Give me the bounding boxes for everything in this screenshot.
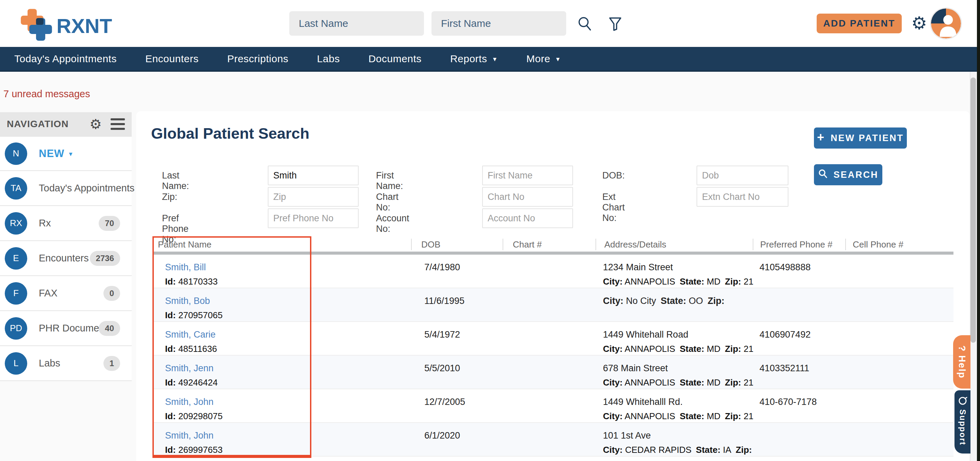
patient-name-link[interactable]: Smith, John — [165, 430, 214, 441]
nav-item-label: Prescriptions — [227, 53, 288, 65]
first-name-label: First Name: — [376, 170, 403, 192]
quick-first-name-input[interactable] — [431, 11, 566, 36]
new-patient-label: NEW PATIENT — [830, 133, 904, 143]
last-name-field[interactable] — [268, 166, 359, 185]
col-header-dob[interactable]: DOB — [412, 239, 503, 250]
count-badge: 70 — [99, 216, 120, 231]
patient-street: 1234 Main Street — [603, 262, 673, 272]
dob-field[interactable] — [697, 166, 788, 185]
sidebar-item-rx[interactable]: RXRx70 — [0, 206, 132, 241]
plus-icon: + — [817, 130, 825, 144]
search-button-icon — [818, 169, 828, 181]
nav-item-today-s-appointments[interactable]: Today's Appointments — [14, 53, 117, 65]
patient-city-state-zip: City: ANNAPOLIS State: MD Zip: 21409 — [603, 276, 753, 287]
filter-icon[interactable] — [606, 15, 624, 33]
patient-street: 678 Main Street — [603, 363, 668, 374]
patient-dob: 5/4/1972 — [424, 330, 460, 340]
dob-label: DOB: — [602, 170, 625, 181]
nav-item-documents[interactable]: Documents — [369, 53, 422, 65]
patient-results-table: Patient Name DOB Chart # Address/Details… — [153, 237, 953, 456]
rxnt-cross-icon — [19, 8, 54, 44]
sidebar-gear-icon[interactable]: ⚙ — [89, 117, 102, 131]
col-header-preferred-phone[interactable]: Preferred Phone # — [753, 239, 846, 250]
unread-messages-link[interactable]: 7 unread messages — [3, 89, 90, 100]
col-header-patient-name[interactable]: Patient Name — [153, 239, 412, 250]
page-title: Global Patient Search — [151, 125, 309, 143]
sidebar-item-initials-avatar: L — [5, 352, 27, 375]
last-name-label: Last Name: — [162, 170, 189, 192]
sidebar-item-label: Today's Appointments — [39, 182, 134, 194]
rxnt-logo[interactable]: RXNT — [19, 8, 112, 44]
rxnt-logo-text: RXNT — [56, 14, 112, 38]
sidebar-item-fax[interactable]: FFAX0 — [0, 276, 132, 311]
sidebar-item-initials-avatar: RX — [5, 212, 27, 234]
table-horizontal-scrollbar[interactable] — [153, 252, 953, 255]
nav-item-prescriptions[interactable]: Prescriptions — [227, 53, 288, 65]
count-badge: 40 — [99, 321, 120, 336]
desktop-background-edge — [977, 0, 980, 461]
table-row: Smith, BillId: 481703337/4/19801234 Main… — [153, 255, 953, 288]
new-patient-button[interactable]: + NEW PATIENT — [814, 127, 907, 149]
col-header-cell-phone[interactable]: Cell Phone # — [846, 239, 953, 250]
pref-phone-field[interactable] — [268, 208, 359, 228]
table-row: Smith, BobId: 27095706511/6/1995City: No… — [153, 288, 953, 322]
patient-id: Id: 270957065 — [165, 310, 223, 321]
account-no-field[interactable] — [482, 208, 573, 228]
patient-name-link[interactable]: Smith, Bill — [165, 262, 206, 272]
user-avatar[interactable] — [931, 8, 961, 38]
patient-preferred-phone: 4105498888 — [759, 262, 811, 272]
patient-name-link[interactable]: Smith, John — [165, 397, 214, 407]
patient-name-link[interactable]: Smith, Bob — [165, 296, 210, 306]
support-tab-label: Support — [958, 409, 967, 445]
sidebar-item-initials-avatar: E — [5, 247, 27, 269]
primary-navbar: Today's AppointmentsEncountersPrescripti… — [0, 47, 977, 72]
sidebar-menu-icon[interactable] — [111, 118, 125, 130]
sidebar-item-initials-avatar: TA — [5, 177, 27, 200]
sidebar-item-initials-avatar: PD — [5, 317, 27, 340]
nav-item-label: Documents — [369, 53, 422, 65]
nav-item-label: Reports — [450, 53, 487, 65]
zip-field[interactable] — [268, 187, 359, 207]
count-badge: 0 — [103, 286, 120, 301]
ext-chart-no-field[interactable] — [697, 187, 788, 207]
sidebar-item-encounters[interactable]: EEncounters2736 — [0, 241, 132, 276]
chevron-down-icon: ▼ — [555, 56, 561, 63]
sidebar-item-today-s-appointments[interactable]: TAToday's Appointments — [0, 171, 132, 206]
sidebar-item-new[interactable]: NNEW▼ — [0, 136, 132, 171]
search-button[interactable]: SEARCH — [814, 164, 882, 185]
add-patient-button[interactable]: ADD PATIENT — [817, 14, 902, 33]
chart-no-label: Chart No: — [376, 192, 398, 213]
patient-name-link[interactable]: Smith, Jenn — [165, 363, 214, 374]
sidebar-item-initials-avatar: F — [5, 282, 27, 305]
patient-name-link[interactable]: Smith, Carie — [165, 330, 216, 340]
nav-item-more[interactable]: More▼ — [527, 53, 561, 65]
patient-preferred-phone: 4103352111 — [759, 363, 809, 374]
sidebar-item-label: Rx — [39, 218, 51, 229]
sidebar-item-labs[interactable]: LLabs1 — [0, 346, 132, 381]
col-header-address[interactable]: Address/Details — [596, 239, 753, 250]
sidebar-item-phr-documents[interactable]: PDPHR Documents40 — [0, 311, 132, 346]
patient-preferred-phone: 4106907492 — [759, 330, 811, 340]
settings-gear-icon[interactable]: ⚙ — [911, 14, 927, 32]
top-header: RXNT ADD PATIENT ⚙ — [0, 0, 977, 47]
patient-id: Id: 48511636 — [165, 344, 217, 354]
table-row: Smith, JohnId: 20929807512/7/20051449 Wh… — [153, 389, 953, 423]
search-icon[interactable] — [576, 15, 594, 33]
chevron-down-icon: ▼ — [492, 56, 498, 63]
help-tab[interactable]: ? Help — [953, 335, 970, 388]
sidebar-item-label: Encounters — [39, 253, 89, 264]
patient-city-state-zip: City: ANNAPOLIS State: MD Zip: 21409 — [603, 344, 753, 354]
chevron-down-icon: ▼ — [68, 151, 73, 158]
table-row: Smith, JennId: 492464245/5/2010678 Main … — [153, 356, 953, 389]
col-header-chart[interactable]: Chart # — [503, 239, 596, 250]
chart-no-field[interactable] — [482, 187, 573, 207]
quick-last-name-input[interactable] — [289, 11, 424, 36]
nav-item-reports[interactable]: Reports▼ — [450, 53, 498, 65]
global-patient-search-panel: Global Patient Search + NEW PATIENT SEAR… — [136, 111, 970, 461]
page-scrollbar-thumb[interactable] — [970, 78, 976, 343]
support-tab[interactable]: Support — [955, 390, 970, 453]
nav-item-encounters[interactable]: Encounters — [145, 53, 199, 65]
first-name-field[interactable] — [482, 166, 573, 185]
sidebar-item-label: FAX — [39, 288, 57, 299]
nav-item-labs[interactable]: Labs — [317, 53, 340, 65]
